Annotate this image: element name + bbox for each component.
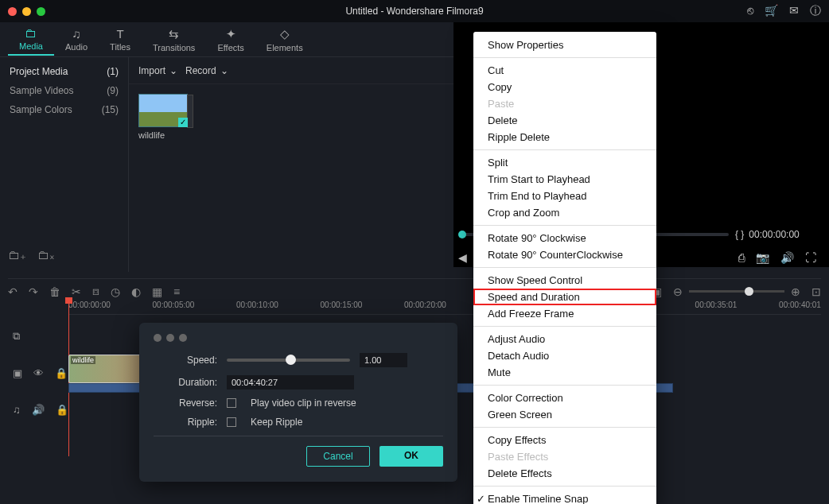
close-window[interactable] [8, 7, 17, 16]
ruler-tick: 00:00:20:00 [404, 300, 446, 314]
duration-value[interactable]: 00:04:40:27 [227, 375, 354, 390]
zoom-out-icon[interactable]: ⊖ [673, 285, 683, 298]
import-dropdown[interactable]: Import⌄ [138, 65, 177, 76]
sidebar-item-count: (15) [102, 104, 119, 115]
menu-trim-end[interactable]: Trim End to Playhead [473, 188, 656, 204]
reverse-checkbox[interactable] [227, 398, 236, 408]
cut-icon[interactable]: ✂ [72, 285, 81, 298]
prev-frame-button[interactable]: ◀ [458, 251, 467, 264]
minimize-window[interactable] [22, 7, 31, 16]
speed-duration-dialog: Speed: 1.00 Duration: 00:04:40:27 Revers… [139, 323, 457, 482]
delete-icon[interactable]: 🗑 [49, 285, 60, 298]
sidebar-item-project[interactable]: Project Media(1) [0, 62, 128, 81]
cancel-button[interactable]: Cancel [306, 446, 370, 467]
maximize-window[interactable] [37, 7, 45, 16]
menu-copy-effects[interactable]: Copy Effects [473, 432, 656, 448]
menu-color-correction[interactable]: Color Correction [473, 390, 656, 406]
snapshot-icon[interactable]: ⎙ [738, 251, 745, 264]
speed-value[interactable]: 1.00 [360, 353, 407, 367]
menu-split[interactable]: Split [473, 154, 656, 171]
ruler-tick: 00:00:15:00 [321, 300, 363, 314]
tab-elements[interactable]: ◇Elements [255, 24, 314, 56]
speed-label: Speed: [154, 355, 217, 366]
greenscreen-icon[interactable]: ▦ [152, 285, 162, 298]
sidebar-item-colors[interactable]: Sample Colors(15) [0, 100, 128, 119]
sidebar-item-count: (1) [107, 66, 119, 77]
menu-adjust-audio[interactable]: Adjust Audio [473, 331, 656, 347]
menu-green-screen[interactable]: Green Screen [473, 406, 656, 423]
tab-titles[interactable]: TTitles [99, 24, 142, 55]
menu-ripple-delete[interactable]: Ripple Delete [473, 129, 656, 145]
ripple-label: Ripple: [154, 417, 217, 428]
adjust-icon[interactable]: ≡ [173, 285, 180, 298]
tab-media[interactable]: 🗀Media [8, 23, 54, 56]
speed-slider[interactable] [227, 359, 350, 362]
video-track-icon: ▣ [13, 367, 22, 379]
mute-icon[interactable]: 🔊 [32, 404, 45, 416]
menu-trim-start[interactable]: Trim Start to Playhead [473, 171, 656, 188]
lock-icon[interactable]: 🔒 [55, 367, 68, 379]
camera-icon[interactable]: 📷 [756, 251, 769, 264]
record-dropdown[interactable]: Record⌄ [185, 65, 228, 76]
new-folder-icon[interactable]: 🗀₊ [8, 248, 26, 262]
menu-freeze-frame[interactable]: Add Freeze Frame [473, 305, 656, 322]
dialog-dots [154, 334, 443, 342]
menu-detach-audio[interactable]: Detach Audio [473, 347, 656, 364]
ripple-checkbox[interactable] [227, 417, 236, 427]
sidebar-item-videos[interactable]: Sample Videos(9) [0, 81, 128, 100]
undo-icon[interactable]: ↶ [8, 285, 18, 298]
menu-show-properties[interactable]: Show Properties [473, 37, 656, 53]
account-icon[interactable]: ⎋ [747, 4, 753, 18]
elements-icon: ◇ [280, 27, 290, 41]
track-header-tools: ⧉ [8, 318, 64, 355]
ruler-tick: 00:00:10:00 [236, 300, 278, 314]
music-icon: ♫ [13, 404, 21, 416]
color-icon[interactable]: ◐ [131, 285, 141, 298]
lock-icon[interactable]: 🔒 [56, 404, 68, 416]
menu-mute[interactable]: Mute [473, 364, 656, 381]
menu-crop-zoom[interactable]: Crop and Zoom [473, 204, 656, 221]
visibility-icon[interactable]: 👁 [33, 367, 44, 379]
menu-speed-duration[interactable]: Speed and Duration [473, 289, 656, 305]
tab-label: Transitions [153, 43, 195, 52]
timeline-clip[interactable]: wildlife [68, 355, 148, 383]
fullscreen-icon[interactable]: ⛶ [805, 251, 816, 264]
info-icon[interactable]: ⓘ [810, 4, 821, 18]
media-sidebar: Project Media(1) Sample Videos(9) Sample… [0, 57, 129, 272]
menu-rotate-cw[interactable]: Rotate 90° Clockwise [473, 230, 656, 246]
cart-icon[interactable]: 🛒 [765, 4, 778, 18]
ok-button[interactable]: OK [379, 446, 443, 467]
volume-icon[interactable]: 🔊 [780, 251, 794, 264]
timeline-ruler[interactable]: 00:00:00:00 00:00:05:00 00:00:10:00 00:0… [68, 300, 821, 315]
crop-icon[interactable]: ⧈ [92, 285, 99, 298]
progress-handle[interactable] [458, 231, 466, 238]
slider-knob[interactable] [286, 355, 296, 365]
fit-icon[interactable]: ⊡ [811, 285, 821, 298]
tab-label: Media [19, 41, 43, 51]
tab-effects[interactable]: ✦Effects [206, 24, 255, 56]
timeline-icon[interactable]: ⧉ [13, 330, 20, 343]
menu-timeline-snap[interactable]: Enable Timeline Snap [473, 490, 656, 504]
menu-delete[interactable]: Delete [473, 112, 656, 129]
clip-item[interactable]: ✓ wildlife [138, 94, 188, 262]
mail-icon[interactable]: ✉ [789, 4, 799, 18]
tab-audio[interactable]: ♫Audio [54, 24, 99, 55]
menu-show-speed[interactable]: Show Speed Control [473, 272, 656, 289]
zoom-slider[interactable] [689, 290, 784, 293]
zoom-in-icon[interactable]: ⊕ [791, 285, 800, 298]
menu-cut[interactable]: Cut [473, 62, 656, 79]
menu-delete-effects[interactable]: Delete Effects [473, 465, 656, 482]
speed-icon[interactable]: ◷ [111, 285, 120, 298]
titlebar: Untitled - Wondershare Filmora9 ⎋ 🛒 ✉ ⓘ [0, 0, 829, 22]
tab-transitions[interactable]: ⇆Transitions [142, 24, 206, 56]
preview-side-controls: ⎙ 📷 🔊 ⛶ [738, 251, 816, 264]
delete-folder-icon[interactable]: 🗀ₓ [37, 248, 55, 262]
clip-thumbnail[interactable]: ✓ [138, 94, 188, 127]
zoom-knob[interactable] [745, 287, 753, 296]
braces-icon: { } [735, 229, 744, 240]
menu-rotate-ccw[interactable]: Rotate 90° CounterClockwise [473, 246, 656, 263]
duration-label: Duration: [154, 377, 217, 388]
transition-icon: ⇆ [169, 27, 179, 41]
redo-icon[interactable]: ↷ [29, 285, 38, 298]
menu-copy[interactable]: Copy [473, 79, 656, 95]
